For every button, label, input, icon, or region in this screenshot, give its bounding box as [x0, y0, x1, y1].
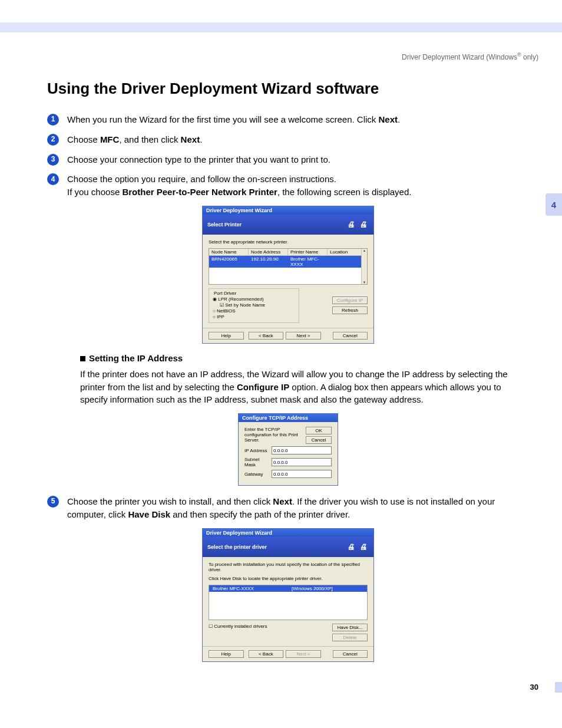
printer-table[interactable]: Node Name Node Address Printer Name Loca… [209, 248, 368, 285]
banner-text: Select Printer [207, 222, 242, 228]
have-disk-button[interactable]: Have Disk... [332, 624, 368, 631]
page-title: Using the Driver Deployment Wizard softw… [47, 80, 529, 98]
col-printer-name: Printer Name [288, 249, 328, 255]
instruction-text: Click Have Disk to locate the appropriat… [209, 576, 368, 581]
paragraph: If the printer does not have an IP addre… [80, 368, 529, 406]
instruction-text: To proceed with installation you must sp… [209, 562, 368, 572]
subheading: Setting the IP Address [80, 353, 529, 363]
have-disk-label: Have Disk [128, 509, 170, 519]
t: If you choose [67, 187, 122, 197]
t: Setting the IP Address [89, 353, 183, 363]
t: When you run the Wizard for the first ti… [67, 114, 379, 124]
dialog-titlebar: Configure TCP/IP Address [239, 414, 338, 422]
subnet-label: Subnet Mask [244, 457, 268, 467]
table-header: Node Name Node Address Printer Name Loca… [209, 249, 367, 256]
crumb-suffix: only) [521, 53, 538, 61]
step-number-2: 2 [47, 134, 59, 146]
step-number-3: 3 [47, 154, 59, 166]
ip-label: IP Address [244, 448, 268, 453]
configure-ip-label: Configure IP [237, 382, 289, 392]
t: , and then click [119, 134, 180, 144]
t: Choose your connection type to the print… [67, 153, 529, 166]
col-node-address: Node Address [249, 249, 288, 255]
peer-label: Brother Peer-to-Peer Network Printer [122, 187, 277, 197]
cancel-button[interactable]: Cancel [306, 436, 332, 444]
cell: [Windows 2000/XP] [288, 585, 367, 592]
t: Currently installed drivers [214, 624, 267, 629]
ip-input[interactable] [272, 446, 332, 454]
printer-icon: 🖨 🖨 [348, 220, 369, 229]
ok-button[interactable]: OK [306, 427, 332, 434]
radio-lpr[interactable]: ◉ LPR (Recommended) [213, 297, 295, 302]
header-bar [0, 22, 562, 32]
step-2: 2 Choose MFC, and then click Next. [47, 133, 529, 146]
step-1: 1 When you run the Wizard for the first … [47, 113, 529, 126]
step-5: 5 Choose the printer you wish to install… [47, 495, 529, 521]
help-button[interactable]: Help [209, 650, 244, 658]
header-breadcrumb: Driver Deployment Wizard (Windows® only) [0, 52, 538, 61]
fieldset-legend: Port Driver [213, 291, 237, 296]
cell: BRN420065 [209, 256, 249, 268]
table-row[interactable]: BRN420065 192.10.20.90 Brother MFC-XXXX [209, 256, 367, 268]
help-button[interactable]: Help [209, 332, 244, 340]
dialog-banner: Select the printer driver 🖨 🖨 [203, 537, 373, 557]
check-nodename[interactable]: ☑ Set by Node Name [220, 302, 295, 308]
instruction-text: Select the appropriate network printer. [209, 239, 368, 245]
next-button[interactable]: Next > [286, 332, 321, 340]
next-button[interactable]: Next > [286, 650, 321, 658]
list-item[interactable]: Brother MFC-XXXX [Windows 2000/XP] [209, 585, 367, 592]
step-number-4: 4 [47, 173, 59, 185]
back-button[interactable]: < Back [249, 332, 284, 340]
dialog-banner: Select Printer 🖨 🖨 [203, 215, 373, 235]
step-4: 4 Choose the option you require, and fol… [47, 173, 529, 199]
select-driver-dialog: Driver Deployment Wizard Select the prin… [202, 528, 374, 662]
next-label: Next [379, 114, 398, 124]
cancel-button[interactable]: Cancel [333, 332, 368, 340]
delete-button[interactable]: Delete [332, 634, 368, 641]
square-bullet-icon [80, 356, 85, 361]
dialog-titlebar: Driver Deployment Wizard [203, 529, 373, 537]
dialog-message: Enter the TCP/IP configuration for this … [244, 427, 301, 443]
gateway-input[interactable] [272, 470, 332, 478]
next-label: Next [273, 496, 292, 506]
next-label: Next [181, 134, 200, 144]
subnet-input[interactable] [272, 458, 332, 466]
t: and then specify the path of the printer… [170, 509, 350, 519]
back-button[interactable]: < Back [249, 650, 284, 658]
currently-installed-check[interactable]: ☐ Currently installed drivers [209, 624, 267, 641]
configure-ip-button[interactable]: Configure IP [332, 297, 368, 304]
cell: 192.10.20.90 [249, 256, 288, 268]
cell: Brother MFC-XXXX [209, 585, 288, 592]
side-accent [555, 682, 562, 693]
cell: Brother MFC-XXXX [288, 256, 328, 268]
banner-text: Select the printer driver [207, 544, 267, 550]
t: IPP [217, 314, 224, 319]
cancel-button[interactable]: Cancel [333, 650, 368, 658]
port-driver-fieldset: Port Driver ◉ LPR (Recommended) ☑ Set by… [209, 288, 299, 323]
page-number: 30 [530, 683, 538, 691]
driver-list[interactable]: Brother MFC-XXXX [Windows 2000/XP] [209, 585, 368, 620]
gateway-label: Gateway [244, 472, 268, 477]
reg-mark: ® [517, 52, 521, 58]
step-number-5: 5 [47, 496, 59, 508]
step-3: 3 Choose your connection type to the pri… [47, 153, 529, 166]
t: . [200, 134, 202, 144]
select-printer-dialog: Driver Deployment Wizard Select Printer … [202, 206, 374, 344]
t: LPR (Recommended) [218, 297, 263, 302]
t: . [398, 114, 400, 124]
dialog-titlebar: Driver Deployment Wizard [203, 206, 373, 215]
step-number-1: 1 [47, 114, 59, 126]
crumb-text: Driver Deployment Wizard (Windows [402, 53, 517, 61]
radio-netbios[interactable]: ○ NetBIOS [213, 308, 295, 314]
t: Choose [67, 134, 100, 144]
col-node-name: Node Name [209, 249, 249, 255]
printer-icon: 🖨 🖨 [348, 542, 369, 551]
configure-tcpip-dialog: Configure TCP/IP Address Enter the TCP/I… [238, 413, 338, 486]
t: NetBIOS [217, 308, 236, 314]
t: , the following screen is displayed. [277, 187, 412, 197]
refresh-button[interactable]: Refresh [332, 307, 368, 314]
chapter-tab: 4 [546, 193, 562, 216]
t: Choose the option you require, and follo… [67, 174, 336, 184]
radio-ipp[interactable]: ○ IPP [213, 314, 295, 319]
scrollbar[interactable] [361, 249, 367, 284]
